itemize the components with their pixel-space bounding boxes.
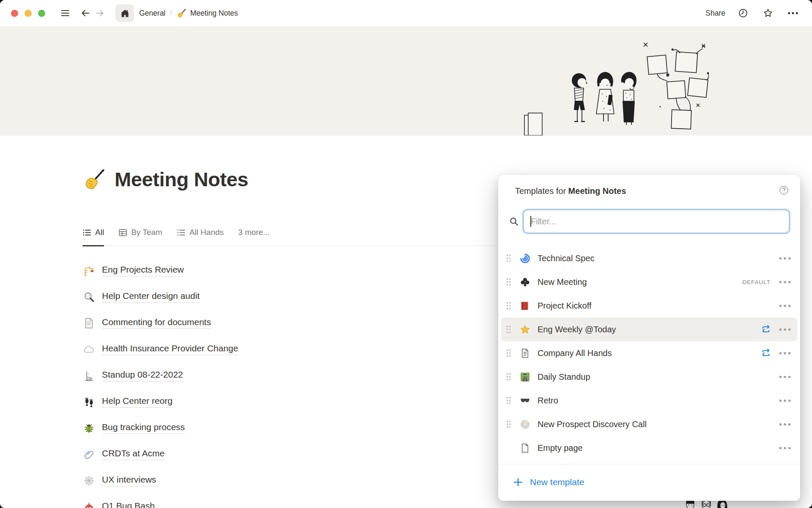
page-link-label: Health Insurance Provider Change xyxy=(102,343,238,355)
titlebar: General / Meeting Notes Share xyxy=(0,0,812,26)
drag-handle-icon[interactable] xyxy=(506,396,512,405)
beetle-icon xyxy=(82,422,95,434)
new-template-label: New template xyxy=(530,477,584,487)
page-link-help-center-reorg[interactable]: Help Center reorg xyxy=(82,389,463,415)
page-link-label: Bug tracking process xyxy=(102,422,185,434)
forward-button[interactable] xyxy=(93,6,107,20)
drag-handle-icon[interactable] xyxy=(506,420,512,428)
history-button[interactable] xyxy=(736,6,750,20)
breadcrumb: General / Meeting Notes xyxy=(139,8,238,18)
template-row-company-all-hands[interactable]: Company All Hands xyxy=(501,341,797,365)
tab-all-hands[interactable]: All Hands xyxy=(177,228,224,246)
drag-handle-icon[interactable] xyxy=(506,349,512,357)
page-link-eng-projects-review[interactable]: Eng Projects Review xyxy=(82,257,463,284)
template-filter-row xyxy=(503,210,789,233)
page-title: Meeting Notes xyxy=(83,168,248,191)
close-window-button[interactable] xyxy=(11,10,18,17)
drag-handle-icon[interactable] xyxy=(506,278,512,286)
cover-illustration xyxy=(518,31,709,135)
minimize-window-button[interactable] xyxy=(25,10,32,17)
template-row-label: Technical Spec xyxy=(538,254,779,263)
page-link-label: Eng Projects Review xyxy=(102,265,184,276)
home-button[interactable] xyxy=(115,4,134,22)
page-cover xyxy=(0,26,812,135)
template-row-technical-spec[interactable]: Technical Spec xyxy=(501,246,797,270)
templates-popup: Templates for Meeting Notes Technical Sp… xyxy=(498,175,800,501)
sidebar-toggle-button[interactable] xyxy=(58,6,72,20)
page-link-label: CRDTs at Acme xyxy=(102,448,165,460)
row-more-button[interactable] xyxy=(779,257,791,260)
row-more-button[interactable] xyxy=(779,375,791,378)
template-rows: Technical SpecNew MeetingDEFAULTProject … xyxy=(498,246,800,460)
footprints-icon xyxy=(82,396,95,408)
template-row-empty-page[interactable]: Empty page xyxy=(501,436,797,460)
row-more-button[interactable] xyxy=(779,447,791,450)
spider-web-icon xyxy=(82,475,95,486)
motorway-icon xyxy=(518,372,531,382)
page-link-label: UX interviews xyxy=(102,475,156,486)
writing-hand-icon[interactable] xyxy=(83,168,106,191)
page-link-health-insurance-provider-change[interactable]: Health Insurance Provider Change xyxy=(82,336,463,362)
page-link-crdts-at-acme[interactable]: CRDTs at Acme xyxy=(82,441,463,467)
page-link-standup-08-22-2022[interactable]: Standup 08-22-2022 xyxy=(82,362,463,389)
row-more-button[interactable] xyxy=(779,423,791,426)
sunglasses-icon xyxy=(518,395,531,406)
breadcrumb-workspace[interactable]: General xyxy=(139,9,165,18)
back-button[interactable] xyxy=(78,6,93,20)
breadcrumb-page-label: Meeting Notes xyxy=(190,9,238,18)
page-link-label: Help Center reorg xyxy=(102,396,173,408)
drag-handle-icon[interactable] xyxy=(506,373,512,381)
row-more-button[interactable] xyxy=(779,399,791,402)
tab-by-team[interactable]: By Team xyxy=(118,228,162,246)
row-more-button[interactable] xyxy=(779,304,791,307)
template-row-retro[interactable]: Retro xyxy=(501,389,797,412)
zoom-window-button[interactable] xyxy=(38,10,45,17)
more-options-button[interactable] xyxy=(786,6,800,20)
page-link-ux-interviews[interactable]: UX interviews xyxy=(82,467,463,494)
drag-handle-icon[interactable] xyxy=(506,301,512,310)
template-row-label: New Prospect Discovery Call xyxy=(538,420,779,429)
template-filter-input[interactable] xyxy=(524,210,789,233)
templates-popup-header: Templates for Meeting Notes xyxy=(498,175,800,197)
clock-icon xyxy=(738,8,748,18)
share-button[interactable]: Share xyxy=(705,9,725,18)
drag-handle-icon[interactable] xyxy=(506,254,512,262)
cloud-icon xyxy=(82,344,95,355)
template-row-label: Company All Hands xyxy=(538,348,761,358)
page-list: Eng Projects ReviewHelp Center design au… xyxy=(82,257,463,508)
home-icon xyxy=(120,8,130,18)
question-mark-icon xyxy=(779,185,789,197)
tab-all[interactable]: All xyxy=(82,228,104,246)
tab-3-more[interactable]: 3 more... xyxy=(238,228,270,246)
row-more-button[interactable] xyxy=(779,352,791,355)
page-text-icon xyxy=(518,348,531,359)
template-row-daily-standup[interactable]: Daily Standup xyxy=(501,365,797,389)
template-row-eng-weekly-today[interactable]: Eng Weekly @Today xyxy=(501,318,797,341)
template-row-label: Project Kickoff xyxy=(538,301,779,311)
template-row-label: Daily Standup xyxy=(538,372,779,382)
drag-handle-icon[interactable] xyxy=(506,325,512,334)
help-button[interactable] xyxy=(779,185,789,197)
new-template-button[interactable]: New template xyxy=(498,464,800,500)
writing-hand-icon xyxy=(177,8,187,18)
row-more-button[interactable] xyxy=(779,328,791,331)
page-link-q1-bug-bash[interactable]: Q1 Bug Bash xyxy=(82,494,463,508)
favorite-button[interactable] xyxy=(761,6,775,20)
page-link-bug-tracking-process[interactable]: Bug tracking process xyxy=(82,415,463,441)
breadcrumb-page[interactable]: Meeting Notes xyxy=(177,8,238,18)
page-blank-icon xyxy=(518,443,531,453)
ellipsis-icon xyxy=(788,8,798,18)
repeat-icon xyxy=(761,324,771,334)
template-row-project-kickoff[interactable]: Project Kickoff xyxy=(501,294,797,318)
document-icon xyxy=(82,318,95,329)
page-link-commenting-for-documents[interactable]: Commenting for documents xyxy=(82,310,463,336)
notion-window: General / Meeting Notes Share xyxy=(0,0,812,508)
page-link-help-center-design-audit[interactable]: Help Center design audit xyxy=(82,284,463,310)
template-row-label: Retro xyxy=(538,396,779,406)
template-row-new-prospect-discovery-call[interactable]: New Prospect Discovery Call xyxy=(501,412,797,436)
page-link-label: Q1 Bug Bash xyxy=(102,501,155,508)
row-more-button[interactable] xyxy=(779,281,791,284)
star-outline-icon xyxy=(763,8,773,18)
page-link-label: Help Center design audit xyxy=(102,291,200,303)
template-row-new-meeting[interactable]: New MeetingDEFAULT xyxy=(501,270,797,294)
